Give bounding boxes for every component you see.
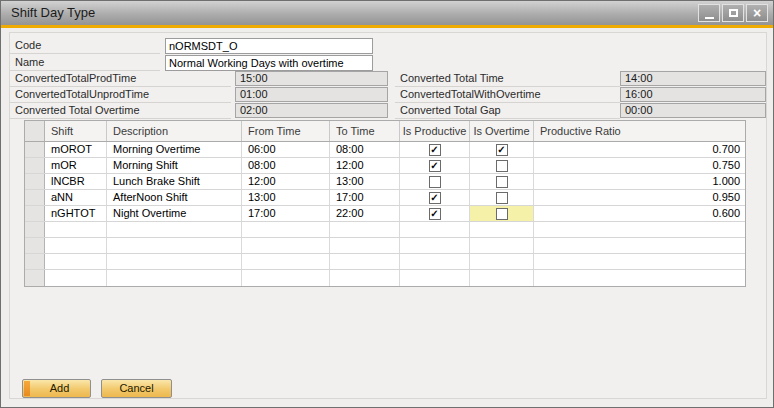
shift-cell[interactable] <box>45 254 107 269</box>
row-selector[interactable] <box>25 254 45 269</box>
from-time-cell[interactable] <box>242 270 330 286</box>
is-productive-checkbox-checked[interactable]: ✓ <box>429 160 441 172</box>
code-input[interactable] <box>165 38 373 54</box>
row-selector[interactable] <box>25 142 45 157</box>
is-productive-checkbox-unchecked[interactable] <box>429 176 441 188</box>
description-cell[interactable]: Night Overtime <box>107 206 242 221</box>
column-header-to-time[interactable]: To Time <box>330 121 400 141</box>
description-cell[interactable]: AfterNoon Shift <box>107 190 242 205</box>
shift-cell[interactable]: mOR <box>45 158 107 173</box>
shift-cell[interactable]: mOROT <box>45 142 107 157</box>
maximize-button[interactable] <box>722 4 744 22</box>
productive-ratio-cell[interactable]: 0.750 <box>534 158 745 173</box>
shift-cell[interactable]: nGHTOT <box>45 206 107 221</box>
column-header-from-time[interactable]: From Time <box>242 121 330 141</box>
is-overtime-cell[interactable]: ✓ <box>470 142 534 157</box>
row-selector-header[interactable] <box>25 121 45 141</box>
description-cell[interactable] <box>107 270 242 286</box>
column-header-productive-ratio[interactable]: Productive Ratio <box>534 121 745 141</box>
row-selector[interactable] <box>25 238 45 253</box>
from-time-cell[interactable] <box>242 238 330 253</box>
to-time-cell[interactable] <box>330 238 400 253</box>
row-selector[interactable] <box>25 190 45 205</box>
is-overtime-checkbox-unchecked[interactable] <box>496 176 508 188</box>
is-overtime-cell[interactable] <box>470 238 534 253</box>
productive-ratio-cell[interactable]: 0.600 <box>534 206 745 221</box>
is-productive-cell[interactable]: ✓ <box>400 206 470 221</box>
productive-ratio-cell[interactable] <box>534 222 745 237</box>
column-header-shift[interactable]: Shift <box>45 121 107 141</box>
to-time-cell[interactable] <box>330 222 400 237</box>
row-selector[interactable] <box>25 222 45 237</box>
row-selector[interactable] <box>25 158 45 173</box>
converted-total-time-field[interactable]: 14:00 <box>620 71 766 86</box>
row-selector[interactable] <box>25 206 45 221</box>
description-cell[interactable]: Morning Overtime <box>107 142 242 157</box>
shift-cell[interactable] <box>45 238 107 253</box>
is-overtime-checkbox-checked[interactable]: ✓ <box>496 144 508 156</box>
productive-ratio-cell[interactable] <box>534 270 745 286</box>
to-time-cell[interactable] <box>330 254 400 269</box>
is-overtime-cell[interactable] <box>470 222 534 237</box>
minimize-button[interactable] <box>698 4 720 22</box>
is-overtime-cell[interactable] <box>470 158 534 173</box>
is-productive-cell[interactable]: ✓ <box>400 142 470 157</box>
is-overtime-cell[interactable] <box>470 254 534 269</box>
is-overtime-cell[interactable] <box>470 190 534 205</box>
row-selector[interactable] <box>25 270 45 286</box>
is-productive-cell[interactable] <box>400 270 470 286</box>
productive-ratio-cell[interactable]: 0.700 <box>534 142 745 157</box>
add-button[interactable]: Add <box>22 379 91 398</box>
is-productive-cell[interactable] <box>400 254 470 269</box>
productive-ratio-cell[interactable] <box>534 238 745 253</box>
is-overtime-cell[interactable] <box>470 270 534 286</box>
to-time-cell[interactable]: 22:00 <box>330 206 400 221</box>
is-productive-checkbox-checked[interactable]: ✓ <box>429 208 441 220</box>
shift-cell[interactable]: aNN <box>45 190 107 205</box>
from-time-cell[interactable] <box>242 254 330 269</box>
description-cell[interactable]: Morning Shift <box>107 158 242 173</box>
from-time-cell[interactable]: 13:00 <box>242 190 330 205</box>
is-productive-checkbox-checked[interactable]: ✓ <box>429 192 441 204</box>
productive-ratio-cell[interactable] <box>534 254 745 269</box>
to-time-cell[interactable]: 17:00 <box>330 190 400 205</box>
shift-cell[interactable] <box>45 270 107 286</box>
is-overtime-checkbox-unchecked[interactable] <box>496 160 508 172</box>
is-productive-checkbox-checked[interactable]: ✓ <box>429 144 441 156</box>
titlebar[interactable]: Shift Day Type × <box>1 1 773 25</box>
from-time-cell[interactable]: 12:00 <box>242 174 330 189</box>
name-input[interactable] <box>165 55 373 71</box>
is-productive-cell[interactable] <box>400 174 470 189</box>
is-overtime-checkbox-unchecked[interactable] <box>496 208 508 220</box>
productive-ratio-cell[interactable]: 1.000 <box>534 174 745 189</box>
to-time-cell[interactable]: 08:00 <box>330 142 400 157</box>
description-cell[interactable] <box>107 238 242 253</box>
from-time-cell[interactable]: 06:00 <box>242 142 330 157</box>
column-header-is-productive[interactable]: Is Productive <box>400 121 470 141</box>
is-overtime-cell[interactable] <box>470 174 534 189</box>
from-time-cell[interactable]: 08:00 <box>242 158 330 173</box>
is-productive-cell[interactable] <box>400 222 470 237</box>
is-productive-cell[interactable]: ✓ <box>400 190 470 205</box>
is-productive-cell[interactable] <box>400 238 470 253</box>
description-cell[interactable] <box>107 222 242 237</box>
is-overtime-checkbox-unchecked[interactable] <box>496 192 508 204</box>
description-cell[interactable] <box>107 254 242 269</box>
close-button[interactable]: × <box>746 4 768 22</box>
column-header-is-overtime[interactable]: Is Overtime <box>470 121 534 141</box>
converted-total-unprod-time-field[interactable]: 01:00 <box>235 87 388 102</box>
converted-total-gap-field[interactable]: 00:00 <box>620 103 766 118</box>
converted-total-prod-time-field[interactable]: 15:00 <box>235 71 388 86</box>
productive-ratio-cell[interactable]: 0.950 <box>534 190 745 205</box>
to-time-cell[interactable] <box>330 270 400 286</box>
description-cell[interactable]: Lunch Brake Shift <box>107 174 242 189</box>
is-productive-cell[interactable]: ✓ <box>400 158 470 173</box>
from-time-cell[interactable]: 17:00 <box>242 206 330 221</box>
cancel-button[interactable]: Cancel <box>101 379 172 398</box>
column-header-description[interactable]: Description <box>107 121 242 141</box>
to-time-cell[interactable]: 12:00 <box>330 158 400 173</box>
shift-cell[interactable] <box>45 222 107 237</box>
from-time-cell[interactable] <box>242 222 330 237</box>
converted-total-with-overtime-field[interactable]: 16:00 <box>620 87 766 102</box>
converted-total-overtime-field[interactable]: 02:00 <box>235 103 388 118</box>
